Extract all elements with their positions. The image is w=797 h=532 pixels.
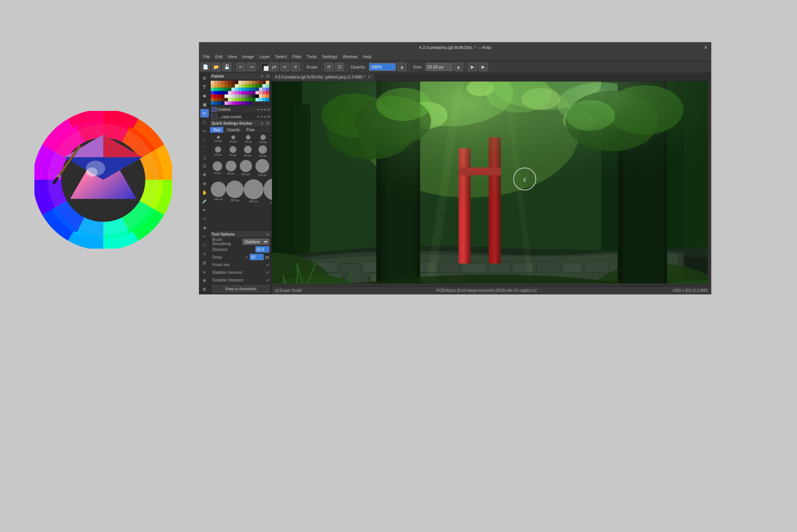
brush-size-option[interactable]: 80 px <box>226 161 236 175</box>
snap-to-assistants-button[interactable]: Snap to Assistants <box>212 285 269 293</box>
tool-add[interactable]: + <box>200 232 209 241</box>
palette-color-cell[interactable] <box>249 101 252 105</box>
palette-color-cell[interactable] <box>221 94 224 98</box>
finish-line-check[interactable]: ✓ <box>266 263 269 267</box>
palette-color-cell[interactable] <box>255 84 259 88</box>
palette-color-cell[interactable] <box>214 84 218 88</box>
preset-swatch[interactable] <box>211 114 217 119</box>
menu-help[interactable]: Help <box>361 54 374 60</box>
palette-edit-button[interactable]: ✏ <box>257 107 260 112</box>
palette-color-cell[interactable] <box>262 84 266 88</box>
tool-reference[interactable]: ⊕ <box>200 276 209 285</box>
preset-add-button[interactable]: + <box>261 115 263 119</box>
qs-menu-button[interactable]: ≡ <box>260 121 265 126</box>
distance-input[interactable] <box>255 246 269 252</box>
palette-color-cell[interactable] <box>249 91 252 94</box>
tool-move[interactable]: ✥ <box>200 171 209 179</box>
brush-size-option[interactable]: 30 px <box>260 135 267 144</box>
palette-color-grid[interactable] <box>210 80 272 106</box>
brush-size-option[interactable]: 16 px <box>215 136 222 143</box>
palette-color-cell[interactable] <box>242 84 245 88</box>
tool-options-menu-button[interactable]: ≡ <box>265 232 270 237</box>
palette-color-cell[interactable] <box>218 101 221 105</box>
tool-expand[interactable]: ⊞ <box>200 285 209 293</box>
preset-edit-button[interactable]: ✏ <box>257 115 260 119</box>
palette-color-cell[interactable] <box>249 84 252 88</box>
stabilize-sensors-check[interactable]: ✓ <box>266 270 269 275</box>
palette-color-cell[interactable] <box>211 88 214 91</box>
palette-color-cell[interactable] <box>221 101 224 105</box>
palette-add-button[interactable]: + <box>261 107 263 112</box>
brush-size-option[interactable]: 35 px <box>214 146 222 156</box>
tool-calligraphy[interactable]: ∿ <box>200 250 209 258</box>
palette-color-cell[interactable] <box>221 88 224 91</box>
tool-select-rect[interactable]: ▭ <box>200 127 209 135</box>
delay-check[interactable]: ✓ <box>245 255 248 259</box>
brush-size-option[interactable]: 120 px <box>255 159 269 177</box>
palette-color-cell[interactable] <box>259 91 262 94</box>
palette-color-cell[interactable] <box>238 88 242 91</box>
menu-image[interactable]: Image <box>240 54 256 60</box>
palette-color-cell[interactable] <box>231 101 235 105</box>
palette-color-cell[interactable] <box>252 98 255 101</box>
opacity-input[interactable] <box>369 63 396 71</box>
palette-color-cell[interactable] <box>266 94 269 98</box>
canvas-viewport[interactable]: ε <box>272 81 711 286</box>
palette-color-cell[interactable] <box>224 98 228 101</box>
palette-color-cell[interactable] <box>211 98 214 101</box>
palette-color-cell[interactable] <box>262 81 266 84</box>
palette-color-cell[interactable] <box>245 81 249 84</box>
tool-transform[interactable]: ⊞ <box>200 74 209 82</box>
brush-size-option[interactable]: 250 px <box>244 179 263 203</box>
palette-color-cell[interactable] <box>228 84 231 88</box>
palette-color-cell[interactable] <box>259 94 262 98</box>
palette-color-cell[interactable] <box>262 88 266 91</box>
redo-button[interactable]: ↪ <box>247 63 256 71</box>
palette-color-cell[interactable] <box>214 101 218 105</box>
palette-color-cell[interactable] <box>235 94 238 98</box>
tool-pan[interactable]: ✋ <box>200 188 209 197</box>
menu-file[interactable]: File <box>201 54 212 60</box>
brush-size-option[interactable]: 50 px <box>244 146 252 157</box>
palette-color-cell[interactable] <box>231 94 235 98</box>
close-button[interactable]: ✕ <box>704 45 708 50</box>
palette-color-cell[interactable] <box>211 91 214 94</box>
transform-button[interactable]: ⟳ <box>324 63 333 71</box>
palette-color-cell[interactable] <box>211 81 214 84</box>
palette-color-cell[interactable] <box>266 88 269 91</box>
palette-current-swatch[interactable] <box>211 107 217 112</box>
palette-color-cell[interactable] <box>211 84 214 88</box>
palette-color-cell[interactable] <box>252 84 255 88</box>
palette-color-cell[interactable] <box>238 84 242 88</box>
palette-close-button[interactable]: ✕ <box>265 74 270 79</box>
palette-color-cell[interactable] <box>228 94 231 98</box>
menu-select[interactable]: Select <box>273 54 289 60</box>
tool-select-lasso[interactable]: ⌒ <box>200 144 209 153</box>
qs-tab-size[interactable]: Size <box>210 127 224 133</box>
palette-color-cell[interactable] <box>238 94 242 98</box>
size-up-button[interactable]: ▲ <box>454 63 463 71</box>
preset-delete-button[interactable]: ✕ <box>267 115 270 119</box>
menu-edit[interactable]: Edit <box>213 54 225 60</box>
palette-color-cell[interactable] <box>259 88 262 91</box>
palette-color-cell[interactable] <box>255 81 259 84</box>
palette-color-cell[interactable] <box>221 91 224 94</box>
brush-size-option[interactable]: 20 px <box>229 135 237 143</box>
palette-color-cell[interactable] <box>224 88 228 91</box>
palette-color-cell[interactable] <box>214 91 218 94</box>
palette-color-cell[interactable] <box>218 91 221 94</box>
palette-color-cell[interactable] <box>238 98 242 101</box>
palette-color-cell[interactable] <box>231 88 235 91</box>
palette-color-cell[interactable] <box>214 88 218 91</box>
tool-measure[interactable]: ⊾ <box>200 267 209 276</box>
brush-settings-button[interactable]: ▶ <box>479 63 488 71</box>
palette-color-cell[interactable] <box>245 88 249 91</box>
palette-color-cell[interactable] <box>262 91 266 94</box>
palette-color-cell[interactable] <box>231 81 235 84</box>
palette-color-cell[interactable] <box>242 81 245 84</box>
tool-bezier[interactable]: ⌗ <box>200 215 209 223</box>
tool-fill[interactable]: ◉ <box>200 91 209 100</box>
grid-button[interactable]: # <box>291 63 300 71</box>
qs-tab-flow[interactable]: Flow <box>243 127 258 133</box>
undo-button[interactable]: ↩ <box>236 63 246 71</box>
